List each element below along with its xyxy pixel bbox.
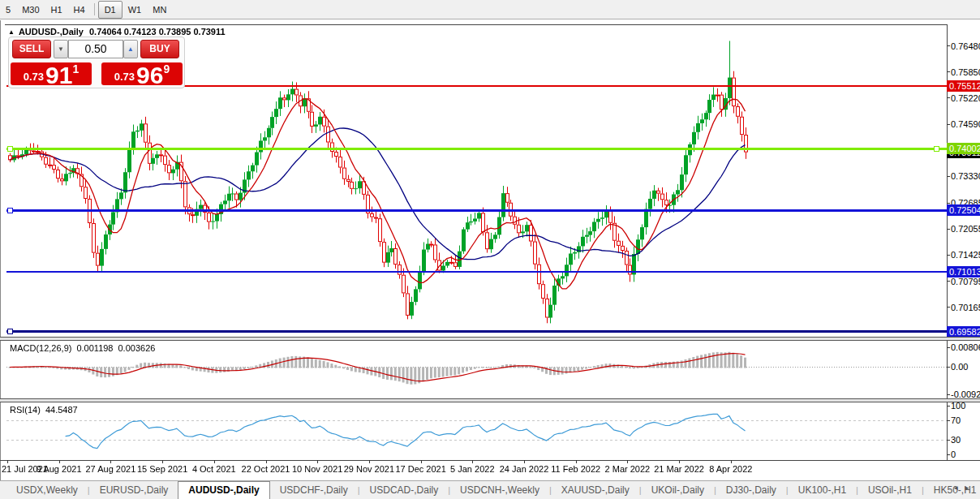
tab-ukoil-daily[interactable]: UKOil-,Daily (642, 482, 714, 499)
macd-axis-tick (947, 367, 950, 368)
timeframe-button-h4[interactable]: H4 (68, 2, 91, 18)
date-label: 27 Aug 2021 (85, 464, 135, 474)
date-axis-tick (472, 460, 473, 463)
price-tick-label: 0.73330 (951, 170, 980, 182)
timeframe-button-w1[interactable]: W1 (122, 2, 148, 18)
price-marker-box: 0.75512 (947, 80, 980, 92)
support-line-1[interactable] (6, 209, 947, 212)
rsi-params: (14) (24, 405, 41, 415)
timeframe-button-m30[interactable]: M30 (16, 2, 45, 18)
current-price-line-handle[interactable] (7, 146, 13, 152)
collapse-chart-icon[interactable]: ▲ (8, 28, 15, 36)
current-price-line[interactable] (6, 148, 947, 150)
lot-decrease-button[interactable]: ▼ (54, 40, 68, 58)
chart-ohlc-values: 0.74064 0.74123 0.73895 0.73911 (89, 27, 226, 37)
chart-symbol-label: AUDUSD-,Daily (19, 27, 84, 37)
timeframe-button-mn[interactable]: MN (147, 2, 172, 18)
toolbar-separator (94, 3, 95, 15)
date-label: 11 Feb 2022 (551, 464, 600, 474)
plot-bottom-border (0, 460, 980, 461)
date-axis-tick (627, 460, 628, 463)
plot-top-border (5, 24, 947, 25)
current-price-line-handle[interactable] (934, 146, 939, 152)
price-axis-tick (947, 71, 950, 72)
tab-scroll-right-icon[interactable]: ► (964, 484, 975, 492)
sell-price-prefix: 0.73 (24, 71, 44, 83)
date-axis-tick (266, 460, 267, 463)
rsi-axis-label: 0 (951, 449, 956, 460)
chart-title: ▲AUDUSD-,Daily0.74064 0.74123 0.73895 0.… (8, 27, 226, 37)
macd-label: MACD(12,26,9)0.0011980.003626 (10, 343, 155, 353)
rsi-value: 44.5487 (45, 405, 78, 415)
tab-xauusd-daily[interactable]: XAUUSD-,Daily (552, 482, 639, 499)
date-label: 21 Mar 2022 (654, 464, 704, 474)
timeframe-toolbar: 5M30H1H4D1W1MN (0, 0, 980, 19)
rsi-indicator-canvas[interactable] (6, 402, 947, 460)
arrow-down-icon: ▼ (58, 45, 64, 53)
tab-eurusd-daily[interactable]: EURUSD-,Daily (90, 482, 178, 499)
tab-usdchf-daily[interactable]: USDCHF-,Daily (270, 482, 358, 499)
window-left-border (0, 20, 1, 480)
buy-price-big-digits: 96 (136, 65, 163, 85)
rsi-label: RSI(14)44.5487 (10, 405, 78, 415)
sell-button[interactable]: SELL (12, 40, 51, 58)
macd-axis-tick (947, 347, 950, 348)
tab-usdcnh-weekly[interactable]: USDCNH-,Weekly (450, 482, 549, 499)
date-label: 17 Dec 2021 (395, 464, 445, 474)
tab-usdx-weekly[interactable]: USDX,Weekly (6, 482, 88, 499)
price-axis-tick (947, 255, 950, 256)
tab-scroll-arrows: ◄► (952, 484, 975, 492)
price-axis-tick (947, 307, 950, 308)
date-label: 4 Oct 2021 (192, 464, 236, 474)
pane-splitter[interactable] (0, 337, 980, 341)
buy-price-display[interactable]: 0.73969 (101, 62, 183, 85)
date-axis-tick (576, 460, 577, 463)
rsi-axis-label: 30 (951, 434, 961, 445)
price-tick-label: 0.75850 (951, 67, 980, 78)
date-label: 9 Aug 2021 (37, 464, 82, 474)
sell-price-display[interactable]: 0.73911 (11, 62, 92, 85)
date-axis-tick (317, 460, 318, 463)
buy-price-pipette: 9 (163, 62, 170, 75)
date-label: 2 Mar 2022 (605, 464, 651, 474)
timeframe-button-h1[interactable]: H1 (45, 2, 68, 18)
lot-size-input[interactable]: 0.50 (68, 40, 123, 58)
date-axis-tick (524, 460, 525, 463)
date-label: 15 Sep 2021 (137, 464, 187, 474)
macd-main-value: 0.001198 (76, 343, 113, 353)
tab-usoil-h1[interactable]: USOil-,H1 (858, 482, 922, 499)
support-line-3-handle[interactable] (7, 329, 13, 334)
tab-dj30-daily[interactable]: DJ30-,Daily (716, 482, 786, 499)
tab-usdcad-daily[interactable]: USDCAD-,Daily (360, 482, 449, 499)
buy-price-prefix: 0.73 (114, 71, 135, 83)
date-label: 10 Nov 2021 (292, 464, 342, 474)
date-axis-tick (7, 460, 8, 463)
sell-price-pipette: 1 (72, 62, 79, 75)
lot-increase-button[interactable]: ▲ (123, 40, 138, 58)
support-line-1-handle[interactable] (7, 208, 13, 213)
rsi-axis-tick (947, 420, 950, 421)
macd-params: (12,26,9) (36, 343, 71, 353)
price-tick-label: 0.76480 (951, 41, 980, 52)
macd-axis-label: 0.00 (951, 361, 968, 372)
tab-audusd-daily[interactable]: AUDUSD-,Daily (178, 481, 269, 499)
date-axis-tick (110, 460, 111, 463)
date-axis-tick (679, 460, 680, 463)
date-axis-tick (59, 460, 60, 463)
price-marker-box: 0.74002 (947, 143, 980, 154)
date-axis-tick (731, 460, 732, 463)
timeframe-button-5[interactable]: 5 (0, 2, 16, 18)
rsi-name: RSI (10, 405, 24, 415)
buy-button[interactable]: BUY (140, 40, 179, 58)
price-marker-box: 0.71013 (947, 266, 980, 277)
rsi-axis-tick (947, 440, 950, 441)
pane-splitter[interactable] (0, 398, 980, 402)
one-click-trading-panel: SELL ▼ 0.50 ▲ BUY 0.73911 0.73969 (8, 37, 185, 88)
support-line-2[interactable] (6, 271, 947, 273)
price-marker-box: 0.72504 (947, 204, 980, 216)
macd-name: MACD (10, 343, 36, 353)
support-line-3[interactable] (6, 330, 947, 333)
timeframe-button-d1[interactable]: D1 (98, 1, 122, 19)
tab-scroll-left-icon[interactable]: ◄ (952, 484, 964, 492)
tab-uk100-h1[interactable]: UK100-,H1 (789, 482, 856, 499)
